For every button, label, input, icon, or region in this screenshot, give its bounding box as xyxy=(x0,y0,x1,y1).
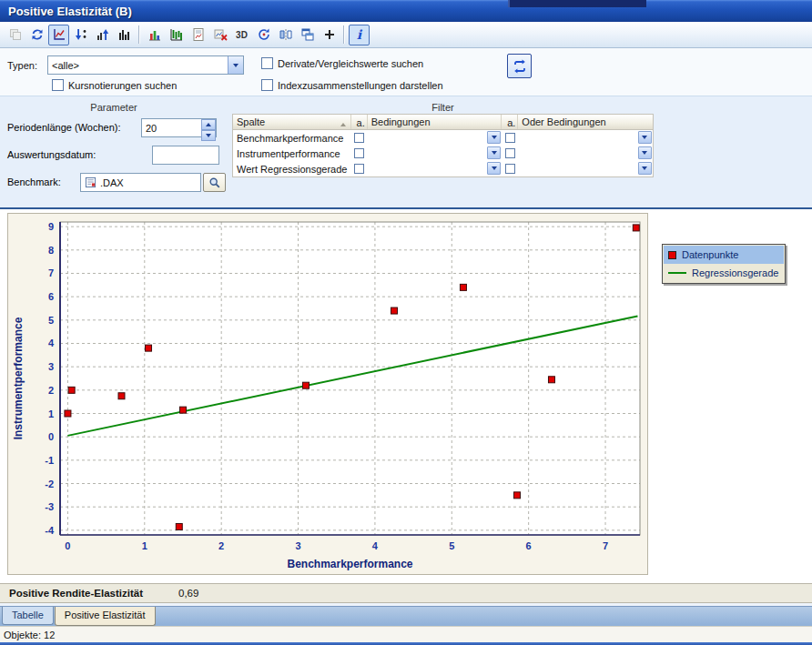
benchmark-field[interactable]: .DAX xyxy=(80,173,201,192)
spin-up-icon[interactable] xyxy=(201,119,216,130)
or-condition-active-checkbox[interactable] xyxy=(505,133,515,143)
scatter-chart: 01234567-4-3-2-10123456789Benchmarkperfo… xyxy=(7,213,648,575)
status-bar: Objekte: 12 xyxy=(0,626,812,642)
or-condition-combo[interactable] xyxy=(518,146,653,161)
filter-row-benchmarkperformance: Benchmarkperformance xyxy=(233,130,653,146)
auswertungsdatum-field[interactable] xyxy=(152,146,219,165)
condition-combo[interactable] xyxy=(368,161,502,176)
toolbar-separator xyxy=(343,25,345,44)
legend-item-regressionsgerade[interactable]: Regressionsgerade xyxy=(664,264,784,282)
periodenlaenge-value: 20 xyxy=(146,123,157,134)
report-chart-icon xyxy=(191,27,206,42)
spin-down-icon[interactable] xyxy=(201,130,216,141)
info-button[interactable]: i xyxy=(349,25,370,45)
legend-label: Regressionsgerade xyxy=(692,267,778,278)
legend-label: Datenpunkte xyxy=(682,249,738,260)
bar-chart-button[interactable] xyxy=(144,25,165,45)
svg-text:0: 0 xyxy=(48,431,54,442)
svg-text:-3: -3 xyxy=(45,501,54,512)
typen-value: <alle> xyxy=(48,60,228,71)
chevron-down-icon[interactable] xyxy=(638,131,652,144)
or-condition-combo[interactable] xyxy=(518,130,653,146)
condition-active-checkbox[interactable] xyxy=(354,164,364,174)
svg-text:0: 0 xyxy=(65,540,70,551)
column-header-a1[interactable]: a. xyxy=(351,115,368,129)
add-button[interactable] xyxy=(319,25,340,45)
chevron-down-icon[interactable] xyxy=(638,146,652,159)
column-header-oder-bedingungen[interactable]: Oder Bedingungen xyxy=(518,115,653,129)
svg-text:6: 6 xyxy=(526,540,532,551)
column-header-bedingungen[interactable]: Bedingungen xyxy=(368,115,502,129)
background-window-fragment xyxy=(508,0,646,7)
svg-text:1: 1 xyxy=(142,540,147,551)
rotate-icon xyxy=(257,27,271,42)
filter-row-label: Wert Regressionsgerade xyxy=(233,164,351,175)
result-row: Positive Rendite-Elastizität 0,69 xyxy=(0,583,812,603)
sort-caret-icon xyxy=(340,120,346,126)
chart-region: 01234567-4-3-2-10123456789Benchmarkperfo… xyxy=(0,209,812,583)
index-checkbox-label: Indexzusammenstellungen darstellen xyxy=(278,80,443,91)
index-checkbox[interactable] xyxy=(261,79,273,91)
or-condition-combo[interactable] xyxy=(518,161,653,176)
filter-row-wert-regressionsgerade: Wert Regressionsgerade xyxy=(233,161,653,176)
chevron-down-icon[interactable] xyxy=(487,162,501,175)
column-header-a2[interactable]: a. xyxy=(502,115,518,129)
kursnotierungen-checkbox[interactable] xyxy=(52,79,64,91)
parameter-group-title: Parameter xyxy=(0,102,228,113)
or-condition-active-checkbox[interactable] xyxy=(505,148,515,158)
report-chart-button[interactable] xyxy=(188,25,208,45)
typen-combobox[interactable]: <alle> xyxy=(47,55,244,75)
three-d-button[interactable]: 3D xyxy=(231,25,252,45)
filter-group-title: Filter xyxy=(232,102,654,113)
sort-ascending-button[interactable] xyxy=(92,25,113,45)
kursnotierungen-checkbox-label: Kursnotierungen suchen xyxy=(68,80,177,91)
chevron-down-icon[interactable] xyxy=(487,146,501,159)
condition-combo[interactable] xyxy=(368,130,502,146)
copy-view-button[interactable] xyxy=(5,25,25,45)
condition-active-checkbox[interactable] xyxy=(354,148,364,158)
status-text: Objekte: 12 xyxy=(4,630,55,640)
svg-text:-2: -2 xyxy=(45,479,54,489)
legend-marker-datenpunkte xyxy=(668,251,676,259)
filter-row-label: Instrumentperformance xyxy=(233,148,351,159)
refresh-button[interactable] xyxy=(26,25,47,45)
flip-button[interactable] xyxy=(275,25,296,45)
result-label: Positive Rendite-Elastizität xyxy=(9,588,143,599)
column-header-spalte[interactable]: Spalte xyxy=(233,115,351,129)
chevron-down-icon[interactable] xyxy=(228,56,243,74)
candlestick-chart-button[interactable] xyxy=(166,25,187,45)
filter-row-label: Benchmarkperformance xyxy=(233,133,351,144)
window-title: Positive Elastizität (B) xyxy=(8,5,132,18)
chart-canvas: 01234567-4-3-2-10123456789Benchmarkperfo… xyxy=(8,214,647,574)
svg-text:6: 6 xyxy=(48,291,54,302)
chart-view-icon xyxy=(52,27,66,42)
chart-view-button[interactable] xyxy=(48,25,69,45)
benchmark-label: Benchmark: xyxy=(7,176,61,187)
rotate-button[interactable] xyxy=(253,25,274,45)
periodenlaenge-spinner[interactable]: 20 xyxy=(141,118,217,137)
chevron-down-icon[interactable] xyxy=(638,162,652,175)
legend-item-datenpunkte[interactable]: Datenpunkte xyxy=(664,246,784,264)
volume-bars-button[interactable] xyxy=(114,25,135,45)
svg-text:9: 9 xyxy=(48,221,54,232)
sort-descending-button[interactable] xyxy=(70,25,91,45)
derivate-checkbox[interactable] xyxy=(261,57,273,69)
benchmark-search-button[interactable] xyxy=(203,173,226,192)
chevron-down-icon[interactable] xyxy=(487,131,501,144)
delete-chart-button[interactable] xyxy=(209,25,230,45)
tab-positive-elastizitaet[interactable]: Positive Elastizität xyxy=(55,607,156,626)
title-bar: Positive Elastizität (B) xyxy=(0,0,812,22)
cascade-windows-button[interactable] xyxy=(297,25,318,45)
svg-text:8: 8 xyxy=(48,245,54,256)
flip-icon xyxy=(279,27,293,42)
periodenlaenge-label: Periodenlänge (Wochen): xyxy=(7,122,121,133)
volume-bars-icon xyxy=(117,27,132,42)
condition-combo[interactable] xyxy=(368,146,502,161)
tab-tabelle[interactable]: Tabelle xyxy=(2,607,54,625)
or-condition-active-checkbox[interactable] xyxy=(505,164,515,174)
svg-text:3: 3 xyxy=(295,540,300,551)
condition-active-checkbox[interactable] xyxy=(354,133,364,143)
typen-label: Typen: xyxy=(7,60,37,71)
svg-text:-4: -4 xyxy=(45,525,55,536)
search-refresh-button[interactable] xyxy=(507,54,532,78)
